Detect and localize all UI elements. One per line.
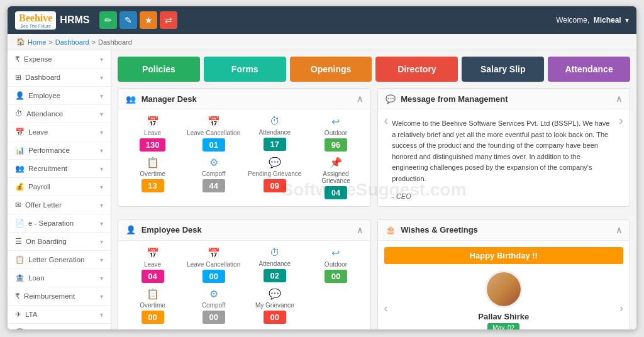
attendance-badge[interactable]: 17 bbox=[264, 138, 286, 151]
emp-leave-badge[interactable]: 04 bbox=[142, 270, 164, 283]
chevron-icon: ▾ bbox=[100, 329, 103, 330]
desk-item-overtime: 📋 Overtime 13 bbox=[125, 157, 180, 199]
pending-grievance-badge[interactable]: 09 bbox=[264, 179, 286, 192]
emp-leave-cancel-badge[interactable]: 00 bbox=[203, 270, 225, 283]
sidebar-item-lta[interactable]: ✈ LTA ▾ bbox=[8, 306, 111, 324]
quick-icon-bookmark[interactable]: ★ bbox=[140, 11, 157, 29]
emp-grievance: 💬 My Grievance 00 bbox=[247, 288, 303, 324]
message-body-text: Welcome to the Beehive Software Services… bbox=[392, 116, 615, 187]
message-collapse[interactable]: ∧ bbox=[616, 94, 622, 104]
hrms-label: HRMS bbox=[60, 14, 89, 26]
desk-item-attendance: ⏱ Attendance 17 bbox=[247, 116, 303, 152]
desk-item-assigned-grievance: 📌 Assigned Grievance 04 bbox=[308, 157, 364, 199]
manager-desk-card: 👥 Manager Desk ∧ 📅 Leave 130 bbox=[118, 88, 371, 207]
wishes-nav: ‹ Pallav Shirke May, 02 Send Wishes › bbox=[384, 270, 624, 329]
message-card: 💬 Message from Management ∧ ‹ Welcome to… bbox=[377, 88, 631, 207]
sidebar-item-recruitment[interactable]: 👥 Recruitment ▾ bbox=[8, 160, 111, 178]
sidebar-item-letter-gen[interactable]: 📋 Letter Generation ▾ bbox=[8, 251, 111, 269]
outdoor-badge[interactable]: 96 bbox=[325, 138, 347, 152]
chevron-icon: ▾ bbox=[100, 111, 103, 118]
emp-grievance-badge[interactable]: 00 bbox=[264, 311, 286, 324]
emp-leave-cancel: 📅 Leave Cancellation 00 bbox=[186, 247, 242, 283]
chevron-icon: ▾ bbox=[100, 184, 103, 191]
sidebar-item-attendance[interactable]: ⏱ Attendance ▾ bbox=[8, 105, 111, 123]
wishes-person-name: Pallav Shirke bbox=[388, 312, 620, 321]
emp-compoff-badge[interactable]: 00 bbox=[203, 311, 225, 324]
leave-cancel-icon: 📅 bbox=[186, 116, 242, 128]
tile-directory[interactable]: Directory bbox=[375, 57, 458, 82]
overtime-badge[interactable]: 13 bbox=[142, 179, 164, 192]
message-body: ‹ Welcome to the Beehive Software Servic… bbox=[378, 109, 630, 206]
leave-badge[interactable]: 130 bbox=[140, 138, 166, 152]
employee-desk-card: 👤 Employee Desk ∧ 📅 Leave 04 bbox=[118, 219, 371, 329]
compoff-icon: ⚙ bbox=[186, 157, 242, 168]
emp-leave-icon: 📅 bbox=[125, 247, 180, 259]
emp-attendance-badge[interactable]: 02 bbox=[264, 269, 286, 282]
top-tiles: Policies Forms Openings Directory Salary… bbox=[118, 57, 630, 82]
logo-text: Beehive bbox=[19, 13, 52, 24]
tile-policies[interactable]: Policies bbox=[118, 57, 200, 82]
right-quote-icon: › bbox=[619, 113, 623, 128]
sidebar-item-onboarding[interactable]: ☰ On Boarding ▾ bbox=[8, 233, 111, 251]
emp-outdoor-badge[interactable]: 00 bbox=[325, 270, 347, 283]
emp-attendance-icon: ⏱ bbox=[247, 247, 303, 258]
employee-desk-collapse[interactable]: ∧ bbox=[357, 225, 363, 235]
chevron-icon: ▾ bbox=[100, 257, 103, 263]
emp-attendance: ⏱ Attendance 02 bbox=[247, 247, 303, 283]
sidebar-item-employee[interactable]: 👤 Employee ▾ bbox=[8, 87, 111, 105]
emp-overtime-icon: 📋 bbox=[125, 288, 180, 300]
attendance-icon: ⏱ bbox=[15, 109, 23, 118]
message-title: Message from Management bbox=[401, 94, 508, 104]
manager-desk-body: 📅 Leave 130 📅 Leave Cancellation 01 bbox=[118, 109, 370, 206]
sidebar-item-e-separation[interactable]: 📄 e - Separation ▾ bbox=[8, 214, 111, 233]
wishes-collapse[interactable]: ∧ bbox=[616, 225, 622, 235]
sidebar-item-grievance[interactable]: 💬 Grievance ▾ bbox=[8, 324, 111, 329]
manager-desk-header: 👥 Manager Desk ∧ bbox=[118, 89, 370, 109]
dashboard-icon: ⊞ bbox=[15, 73, 21, 82]
main-content: SoftwareSuggest.com Policies Forms Openi… bbox=[111, 50, 636, 329]
sidebar-item-expense[interactable]: ₹ Expense ▾ bbox=[8, 50, 111, 69]
chevron-icon: ▾ bbox=[100, 202, 103, 209]
chevron-icon: ▾ bbox=[100, 74, 103, 81]
sidebar-item-leave[interactable]: 📅 Leave ▾ bbox=[8, 123, 111, 141]
emp-overtime-badge[interactable]: 00 bbox=[142, 311, 164, 324]
quick-icon-edit[interactable]: ✎ bbox=[119, 11, 137, 29]
reimbursement-icon: ₹ bbox=[15, 292, 20, 301]
tile-attendance[interactable]: Attendance bbox=[548, 57, 630, 82]
compoff-badge[interactable]: 44 bbox=[203, 179, 225, 192]
sidebar-item-loan[interactable]: 🏦 Loan ▾ bbox=[8, 269, 111, 287]
loan-icon: 🏦 bbox=[15, 273, 25, 282]
tile-forms[interactable]: Forms bbox=[204, 57, 286, 82]
sidebar: ₹ Expense ▾ ⊞ Dashboard ▾ 👤 Employee ▾ ⏱… bbox=[8, 50, 111, 329]
emp-grievance-icon: 💬 bbox=[247, 288, 303, 300]
tile-openings[interactable]: Openings bbox=[290, 57, 372, 82]
quick-icon-share[interactable]: ⇄ bbox=[160, 11, 177, 29]
breadcrumb: 🏠 Home > Dashboard > Dashboard bbox=[8, 34, 636, 50]
sidebar-item-dashboard[interactable]: ⊞ Dashboard ▾ bbox=[8, 69, 111, 87]
assigned-grievance-badge[interactable]: 04 bbox=[325, 186, 347, 199]
expense-icon: ₹ bbox=[15, 55, 20, 64]
quick-icon-pencil[interactable]: ✏ bbox=[99, 11, 117, 29]
logo-box: Beehive Bee The Future bbox=[15, 11, 56, 30]
desk-item-leave: 📅 Leave 130 bbox=[125, 116, 180, 152]
tile-salary-slip[interactable]: Salary Slip bbox=[462, 57, 544, 82]
quick-icons: ✏ ✎ ★ ⇄ bbox=[99, 11, 177, 29]
manager-desk-collapse[interactable]: ∧ bbox=[357, 94, 363, 104]
sidebar-item-offer-letter[interactable]: ✉ Offer Letter ▾ bbox=[8, 196, 111, 214]
manager-desk-title: Manager Desk bbox=[142, 94, 197, 104]
performance-icon: 📊 bbox=[15, 146, 25, 155]
desk-item-pending-grievance: 💬 Pending Grievance 09 bbox=[247, 157, 303, 199]
home-icon: 🏠 bbox=[16, 38, 25, 46]
manager-desk-grid: 📅 Leave 130 📅 Leave Cancellation 01 bbox=[125, 116, 364, 199]
sidebar-item-performance[interactable]: 📊 Performance ▾ bbox=[8, 141, 111, 160]
wishes-header: 🎂 Wishes & Greetings ∧ bbox=[378, 220, 630, 241]
leave-desk-icon: 📅 bbox=[125, 116, 180, 128]
chevron-icon: ▾ bbox=[100, 220, 103, 227]
wishes-next-btn[interactable]: › bbox=[619, 302, 623, 315]
sidebar-item-reimbursement[interactable]: ₹ Reimbursement ▾ bbox=[8, 287, 111, 306]
leave-cancel-badge[interactable]: 01 bbox=[203, 138, 225, 152]
wishes-person-date: May, 02 bbox=[487, 323, 519, 329]
sidebar-item-payroll[interactable]: 💰 Payroll ▾ bbox=[8, 178, 111, 196]
grievance-icon: 💬 bbox=[15, 328, 25, 329]
message-header: 💬 Message from Management ∧ bbox=[378, 89, 630, 109]
